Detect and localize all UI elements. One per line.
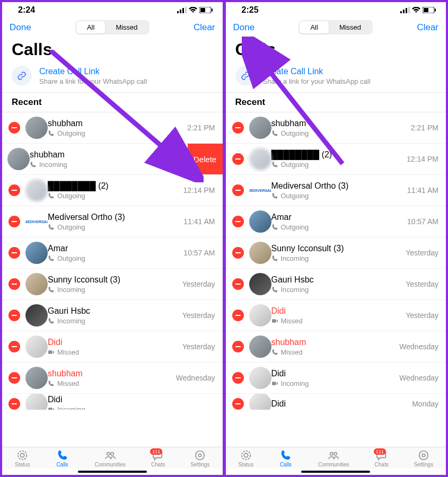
tab-bar: Status Calls Communities 111Chats Settin…: [2, 447, 223, 469]
call-subline: Incoming: [271, 254, 406, 262]
status-bar: 2:24: [2, 2, 223, 17]
call-name: Gauri Hsbc: [271, 275, 314, 284]
call-name: Didi: [271, 399, 286, 408]
svg-rect-27: [272, 382, 276, 385]
delete-minus-icon[interactable]: [232, 216, 244, 227]
call-row[interactable]: shubham Missed Wednesday: [2, 363, 223, 394]
tab-calls[interactable]: Calls: [279, 449, 293, 467]
call-row[interactable]: Amar Outgoing 10:57 AM: [2, 237, 223, 269]
delete-minus-icon[interactable]: [232, 398, 244, 410]
call-type-label: Incoming: [281, 254, 309, 262]
tab-communities[interactable]: Communities: [95, 449, 126, 467]
call-type-label: Incoming: [39, 161, 67, 169]
call-type-label: Outgoing: [57, 254, 85, 262]
recent-header: Recent: [2, 92, 223, 112]
tab-settings[interactable]: Settings: [190, 449, 209, 467]
call-row[interactable]: Didi Monday: [226, 394, 446, 410]
tab-status[interactable]: Status: [15, 449, 30, 467]
call-row[interactable]: Didi Missed Yesterday: [226, 300, 446, 331]
delete-minus-icon[interactable]: [8, 122, 20, 134]
call-row[interactable]: ████████ (2) Outgoing 12:14 PM: [2, 175, 223, 206]
call-subline: Outgoing: [271, 192, 407, 200]
call-type-label: Outgoing: [281, 223, 309, 231]
call-name: Didi: [48, 338, 63, 347]
call-row[interactable]: ████████ (2) Outgoing 12:14 PM: [226, 144, 446, 175]
chats-badge: 111: [150, 448, 162, 455]
done-button[interactable]: Done: [233, 22, 255, 33]
tab-communities[interactable]: Communities: [318, 449, 349, 467]
seg-all[interactable]: All: [300, 21, 328, 33]
svg-rect-26: [272, 319, 276, 323]
svg-rect-8: [212, 8, 213, 12]
filter-segment[interactable]: All Missed: [75, 20, 150, 34]
call-name: Amar: [271, 213, 292, 222]
home-indicator[interactable]: [301, 471, 370, 473]
delete-minus-icon[interactable]: [8, 278, 20, 290]
tab-status[interactable]: Status: [239, 449, 253, 467]
delete-minus-icon[interactable]: [8, 216, 20, 227]
call-row[interactable]: Sunny Icconsult (3) Incoming Yesterday: [2, 269, 223, 300]
avatar: [25, 304, 48, 326]
delete-minus-icon[interactable]: [8, 310, 20, 321]
seg-missed[interactable]: Missed: [105, 21, 148, 33]
svg-rect-9: [48, 350, 52, 354]
call-list[interactable]: shubham Outgoing 2:21 PM ████████ (2) Ou…: [226, 112, 446, 447]
home-indicator[interactable]: [78, 471, 147, 473]
call-name: ████████ (2): [48, 181, 109, 190]
delete-minus-icon[interactable]: [232, 310, 244, 321]
call-row[interactable]: Didi Incoming: [2, 394, 223, 410]
create-call-link[interactable]: Create Call Link Share a link for your W…: [2, 61, 223, 92]
svg-rect-10: [48, 408, 52, 410]
call-type-label: Missed: [57, 348, 79, 356]
call-row[interactable]: Gauri Hsbc Incoming Yesterday: [2, 300, 223, 331]
call-subline: Outgoing: [271, 161, 407, 169]
delete-minus-icon[interactable]: [8, 247, 20, 259]
clear-button[interactable]: Clear: [194, 22, 215, 33]
delete-minus-icon[interactable]: [232, 372, 244, 384]
svg-point-30: [330, 453, 333, 456]
create-call-link[interactable]: Create Call Link Share a link for your W…: [226, 61, 446, 92]
avatar: [249, 273, 271, 295]
svg-point-14: [111, 453, 114, 456]
call-row[interactable]: shubham Outgoing 2:21 PM: [226, 112, 446, 144]
delete-minus-icon[interactable]: [232, 341, 244, 352]
call-row[interactable]: MEDIVERSAL Mediversal Ortho (3) Outgoing…: [226, 175, 446, 206]
call-row[interactable]: shubham Missed Wednesday: [226, 331, 446, 363]
tab-calls[interactable]: Calls: [56, 449, 69, 467]
seg-all[interactable]: All: [76, 21, 105, 33]
call-subline: Outgoing: [48, 223, 183, 231]
battery-icon: [423, 7, 436, 13]
call-list[interactable]: shubham Outgoing 2:21 PM shubham Incomin…: [2, 112, 223, 447]
filter-segment[interactable]: All Missed: [298, 20, 373, 34]
call-row[interactable]: Didi Incoming Wednesday: [226, 363, 446, 394]
tab-chats[interactable]: 111Chats: [375, 449, 389, 467]
chats-badge: 111: [374, 448, 386, 455]
page-title: Calls: [226, 38, 446, 61]
call-subline: Incoming: [30, 161, 154, 169]
delete-minus-icon[interactable]: [232, 122, 244, 134]
delete-minus-icon[interactable]: [232, 184, 244, 196]
delete-minus-icon[interactable]: [232, 247, 244, 259]
done-button[interactable]: Done: [10, 22, 31, 33]
delete-minus-icon[interactable]: [8, 372, 20, 384]
clear-button[interactable]: Clear: [417, 22, 438, 33]
call-row[interactable]: MEDIVERSAL Mediversal Ortho (3) Outgoing…: [2, 206, 223, 237]
call-row[interactable]: shubham Incoming 2:20 PM Delete: [2, 144, 223, 175]
avatar: [249, 394, 271, 410]
call-row[interactable]: Gauri Hsbc Incoming Yesterday: [226, 269, 446, 300]
delete-minus-icon[interactable]: [8, 341, 20, 352]
delete-minus-icon[interactable]: [232, 278, 244, 290]
call-subline: Outgoing: [48, 192, 183, 200]
tab-settings[interactable]: Settings: [414, 449, 433, 467]
delete-minus-icon[interactable]: [8, 184, 20, 196]
tab-chats[interactable]: 111Chats: [151, 449, 165, 467]
seg-missed[interactable]: Missed: [329, 21, 372, 33]
call-type-label: Missed: [281, 348, 303, 356]
call-row[interactable]: Didi Missed Yesterday: [2, 331, 223, 363]
call-row[interactable]: Amar Outgoing 10:57 AM: [226, 206, 446, 237]
delete-minus-icon[interactable]: [232, 153, 244, 165]
call-row[interactable]: shubham Outgoing 2:21 PM: [2, 112, 223, 144]
call-row[interactable]: Sunny Icconsult (3) Incoming Yesterday: [226, 237, 446, 269]
delete-minus-icon[interactable]: [8, 398, 20, 410]
delete-button[interactable]: Delete: [188, 144, 223, 174]
